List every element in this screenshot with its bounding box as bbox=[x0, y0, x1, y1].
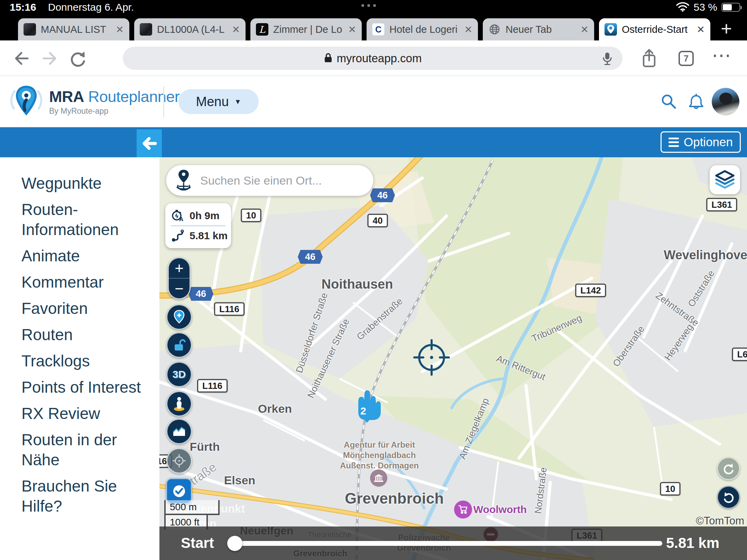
svg-text:A: A bbox=[179, 216, 183, 223]
zoom-out-button[interactable]: − bbox=[169, 279, 190, 298]
government-poi-icon bbox=[370, 469, 387, 487]
sidebar-item-kommentar[interactable]: Kommentar bbox=[21, 272, 143, 292]
road-badge: 46 bbox=[188, 287, 213, 301]
sidebar-item-wegpunkte[interactable]: Wegpunkte bbox=[21, 173, 143, 193]
tab-manual-list[interactable]: MANUAL LIST ✕ bbox=[18, 18, 129, 40]
notifications-bell-icon[interactable] bbox=[688, 93, 705, 113]
status-bar: 15:16 Donnerstag 6. Apr. 53 % bbox=[0, 0, 747, 15]
sidebar-item-tracklogs[interactable]: Tracklogs bbox=[21, 351, 143, 371]
microphone-icon[interactable] bbox=[601, 52, 614, 67]
road-badge: 46 bbox=[298, 250, 323, 264]
unlock-icon bbox=[173, 338, 186, 352]
sidebar-item-animate[interactable]: Animate bbox=[21, 246, 143, 266]
sidebar: Wegpunkte Routen-Informationen Animate K… bbox=[0, 157, 159, 560]
lock-icon bbox=[324, 52, 333, 65]
reload-icon[interactable] bbox=[68, 49, 87, 69]
route-distance: 5.81 km bbox=[190, 230, 228, 242]
area-chart-icon bbox=[172, 426, 186, 437]
close-icon[interactable]: ✕ bbox=[697, 24, 705, 35]
tab-osterride-active[interactable]: Osterride-Start ✕ bbox=[599, 18, 710, 40]
tab-favicon-photo-icon bbox=[24, 23, 36, 36]
multitask-handle-icon bbox=[361, 4, 376, 7]
road-badge: L116 bbox=[197, 379, 228, 393]
poi-label-agentur: Agentur für Arbeit Mönchengladbach Außen… bbox=[340, 440, 419, 471]
forward-icon[interactable] bbox=[41, 49, 59, 69]
road-badge: L116 bbox=[214, 302, 245, 316]
brand-title: MRA Routeplanner bbox=[49, 88, 179, 106]
shopping-poi-icon bbox=[454, 501, 472, 519]
close-icon[interactable]: ✕ bbox=[348, 24, 356, 35]
search-input[interactable] bbox=[200, 174, 345, 187]
chevron-down-icon: ▼ bbox=[234, 98, 241, 106]
route-duration-row: A 0h 9m bbox=[171, 207, 231, 224]
sidebar-item-hilfe[interactable]: Brauchen Sie Hilfe? bbox=[21, 476, 143, 516]
close-icon[interactable]: ✕ bbox=[581, 24, 589, 35]
browser-menu-icon[interactable]: ⋯ bbox=[712, 44, 732, 66]
close-icon[interactable]: ✕ bbox=[116, 24, 124, 35]
route-duration: 0h 9m bbox=[190, 210, 220, 222]
layers-icon bbox=[714, 170, 736, 190]
map-toolbar: Optionen bbox=[0, 127, 747, 157]
date: Donnerstag 6. Apr. bbox=[48, 1, 134, 13]
tab-strip: MANUAL LIST ✕ DL1000A (L4-L ✕ L Zimmer |… bbox=[0, 15, 747, 40]
road-badge: 10 bbox=[660, 482, 681, 496]
search-icon[interactable] bbox=[661, 93, 677, 111]
elevation-chart-button[interactable] bbox=[166, 419, 192, 444]
map-search-box[interactable] bbox=[166, 165, 374, 196]
sidebar-item-rx-review[interactable]: RX Review bbox=[21, 403, 143, 423]
sidebar-item-routen-in-der-naehe[interactable]: Routen in der Nähe bbox=[21, 430, 143, 470]
pegman-icon bbox=[172, 396, 186, 411]
road-badge: L361 bbox=[706, 198, 737, 212]
road-badge: L69 bbox=[732, 348, 747, 361]
mra-logo[interactable]: MRA Routeplanner By MyRoute-app bbox=[10, 84, 179, 120]
close-icon[interactable]: ✕ bbox=[232, 24, 240, 35]
redo-button[interactable] bbox=[717, 457, 740, 480]
tab-neuer-tab[interactable]: Neuer Tab ✕ bbox=[483, 18, 594, 40]
unlock-button[interactable] bbox=[166, 332, 192, 358]
locate-me-button[interactable] bbox=[166, 448, 192, 474]
route-info-card: A 0h 9m 5.81 km bbox=[165, 203, 231, 248]
url-field[interactable]: myrouteapp.com bbox=[123, 47, 622, 70]
map-canvas[interactable]: Noithausen Orken Fürth Elsen Grevenbroic… bbox=[159, 157, 747, 560]
tab-hotel[interactable]: C Hotel de Logeri ✕ bbox=[367, 18, 478, 40]
street-view-pegman-button[interactable] bbox=[166, 391, 192, 417]
back-icon[interactable] bbox=[12, 49, 30, 69]
sidebar-item-points-of-interest[interactable]: Points of Interest bbox=[21, 377, 143, 397]
wifi-icon bbox=[676, 1, 690, 13]
timeline-slider-thumb[interactable] bbox=[227, 536, 242, 551]
zoom-controls: + − bbox=[168, 257, 191, 299]
tab-count-button[interactable]: 7 bbox=[679, 51, 694, 66]
layers-button[interactable] bbox=[710, 165, 740, 194]
sidebar-item-routen[interactable]: Routen bbox=[21, 325, 143, 345]
close-icon[interactable]: ✕ bbox=[464, 24, 472, 35]
stopwatch-icon: A bbox=[171, 209, 185, 223]
scale-metric: 500 m bbox=[164, 500, 220, 515]
route-distance-row: 5.81 km bbox=[171, 227, 231, 244]
undo-button[interactable] bbox=[717, 486, 740, 509]
tab-favicon-letter-icon: L bbox=[256, 23, 268, 36]
zoom-in-button[interactable]: + bbox=[169, 258, 190, 279]
road-badge: 46 bbox=[370, 188, 395, 202]
tab-favicon-photo-icon bbox=[140, 23, 152, 36]
tab-zimmer[interactable]: L Zimmer | De Lo ✕ bbox=[250, 18, 362, 40]
battery-percent: 53 % bbox=[694, 1, 717, 13]
waypoint-hand-marker[interactable]: 2 bbox=[352, 388, 381, 424]
url-text: myrouteapp.com bbox=[337, 52, 422, 65]
new-tab-button[interactable]: + bbox=[721, 19, 732, 38]
timeline-slider-track[interactable] bbox=[228, 541, 662, 546]
route-icon bbox=[171, 229, 185, 243]
add-waypoint-button[interactable] bbox=[166, 304, 192, 330]
avatar[interactable] bbox=[712, 88, 739, 115]
menu-button[interactable]: Menu ▼ bbox=[178, 89, 259, 114]
tab-dl1000a[interactable]: DL1000A (L4-L ✕ bbox=[134, 18, 246, 40]
sidebar-item-routen-informationen[interactable]: Routen-Informationen bbox=[21, 199, 143, 240]
sidebar-item-favoriten[interactable]: Favoriten bbox=[21, 298, 143, 318]
app-header: MRA Routeplanner By MyRoute-app Menu ▼ bbox=[0, 76, 747, 127]
brand-byline: By MyRoute-app bbox=[49, 106, 179, 116]
collapse-sidebar-button[interactable] bbox=[137, 129, 162, 157]
3d-view-button[interactable]: 3D bbox=[166, 362, 192, 387]
share-icon[interactable] bbox=[640, 48, 658, 69]
arrow-left-icon bbox=[141, 137, 157, 150]
options-button[interactable]: Optionen bbox=[661, 131, 741, 153]
info-divider bbox=[171, 225, 225, 226]
